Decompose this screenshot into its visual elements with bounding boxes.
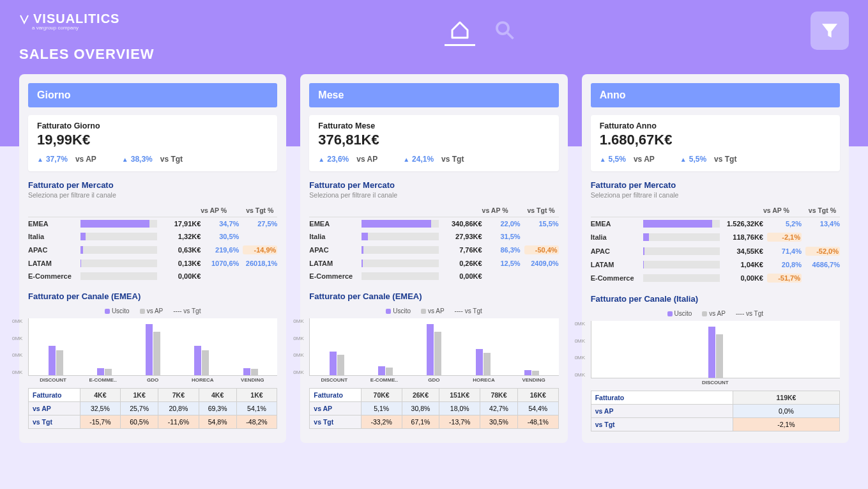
mercato-row[interactable]: LATAM 1,04K€ 20,8% 4686,7% xyxy=(591,258,840,271)
canale-table: Fatturato70K€26K€151K€78K€16K€vs AP5,1%3… xyxy=(309,388,558,429)
kpi-label: Fatturato Anno xyxy=(600,121,831,130)
table-value: 4K€ xyxy=(199,389,236,402)
mercato-bar xyxy=(80,233,157,240)
mercato-row[interactable]: EMEA 340,86K€ 22,0% 15,5% xyxy=(309,217,558,230)
mercato-name: LATAM xyxy=(591,261,639,268)
bar-uscito xyxy=(97,368,104,375)
bar-group[interactable] xyxy=(129,318,178,375)
table-value: 42,7% xyxy=(480,402,518,415)
mercato-name: EMEA xyxy=(591,220,639,228)
table-value: 1K€ xyxy=(121,389,158,402)
bar-group[interactable] xyxy=(80,318,128,375)
mercato-ap: 22,0% xyxy=(486,220,521,228)
mercato-name: Italia xyxy=(28,233,77,240)
col-vs-ap: vs AP % xyxy=(201,206,227,214)
mercato-bar xyxy=(80,260,157,267)
mercato-name: APAC xyxy=(28,246,77,254)
canale-title: Fatturato per Canale (Italia) xyxy=(591,294,840,304)
bar-group[interactable] xyxy=(362,318,410,375)
mercato-value: 0,63K€ xyxy=(161,246,201,254)
table-value: 25,7% xyxy=(121,402,158,415)
topbar: VISUALITICS a vargroup company SALES OVE… xyxy=(19,12,849,63)
kpi-vs-ap: ▲23,6%vs AP xyxy=(318,155,377,164)
kpi-box: Fatturato Giorno 19,99K€ ▲37,7%vs AP ▲38… xyxy=(28,115,277,171)
table-value: -11,6% xyxy=(158,415,199,429)
table-value: -48,1% xyxy=(517,415,558,429)
mercato-row[interactable]: EMEA 17,91K€ 34,7% 27,5% xyxy=(28,217,277,230)
bar-uscito xyxy=(194,346,201,375)
mercato-title: Fatturato per Mercato xyxy=(591,180,840,190)
table-value: 78K€ xyxy=(480,389,518,402)
mercato-value: 0,00K€ xyxy=(443,272,482,280)
mercato-row[interactable]: Italia 27,93K€ 31,5% xyxy=(309,230,558,243)
bar-uscito xyxy=(243,368,250,375)
card-title: Giorno xyxy=(28,83,277,107)
bar-vsap xyxy=(56,350,63,375)
mercato-bar xyxy=(362,272,438,280)
bar-group[interactable] xyxy=(178,318,226,375)
table-head-fatturato: Fatturato xyxy=(29,389,80,402)
bar-uscito xyxy=(524,370,531,375)
kpi-value: 19,99K€ xyxy=(37,132,268,148)
bar-group[interactable] xyxy=(312,318,361,375)
mercato-row[interactable]: APAC 0,63K€ 219,6% -14,9% xyxy=(28,243,277,257)
canale-title: Fatturato per Canale (EMEA) xyxy=(309,291,558,301)
mercato-row[interactable]: EMEA 1.526,32K€ 5,2% 13,4% xyxy=(591,217,840,230)
mercato-bar xyxy=(643,220,720,228)
mercato-bar xyxy=(362,233,438,240)
mercato-name: E-Commerce xyxy=(28,272,77,280)
logo-icon xyxy=(19,14,29,24)
bar-uscito xyxy=(330,352,337,375)
mercato-tgt: -14,9% xyxy=(243,245,277,254)
mercato-row[interactable]: LATAM 0,13K€ 1070,6% 26018,1% xyxy=(28,257,277,270)
mercato-tgt: 15,5% xyxy=(524,220,559,228)
mercato-row[interactable]: APAC 34,55K€ 71,4% -52,0% xyxy=(591,244,840,258)
mercato-row[interactable]: E-Commerce 0,00K€ -51,7% xyxy=(591,271,840,285)
canale-chart: 0MK0MK0MK0MK xyxy=(591,321,840,378)
mercato-row[interactable]: E-Commerce 0,00K€ xyxy=(28,270,277,283)
mercato-row[interactable]: Italia 1,32K€ 30,5% xyxy=(28,230,277,243)
kpi-vs-tgt: ▲24,1%vs Tgt xyxy=(403,155,464,164)
bar-group[interactable] xyxy=(507,318,556,375)
home-icon xyxy=(448,19,471,42)
mercato-value: 340,86K€ xyxy=(443,220,482,228)
table-value: 16K€ xyxy=(517,389,558,402)
chart-legend: Uscito vs AP ---- vs Tgt xyxy=(28,307,277,314)
col-vs-tgt: vs Tgt % xyxy=(246,206,273,214)
canale-chart: 0MK0MK0MK0MK xyxy=(309,318,558,376)
table-value: -15,7% xyxy=(80,415,121,429)
table-value: 30,8% xyxy=(402,402,439,415)
nav-search-button[interactable] xyxy=(489,15,520,46)
kpi-box: Fatturato Mese 376,81K€ ▲23,6%vs AP ▲24,… xyxy=(309,115,558,171)
bar-group[interactable] xyxy=(226,318,275,375)
kpi-value: 376,81K€ xyxy=(318,132,549,148)
mercato-row[interactable]: LATAM 0,26K€ 12,5% 2409,0% xyxy=(309,257,558,270)
table-value: 151K€ xyxy=(439,389,480,402)
col-vs-ap: vs AP % xyxy=(763,206,789,214)
table-head-fatturato: Fatturato xyxy=(310,389,362,402)
table-row-tgt: vs Tgt xyxy=(29,415,80,429)
mercato-bar xyxy=(80,272,157,280)
mercato-row[interactable]: APAC 7,76K€ 86,3% -50,4% xyxy=(309,243,558,257)
mercato-row[interactable]: Italia 118,76K€ -2,1% xyxy=(591,230,840,244)
mercato-tgt: 2409,0% xyxy=(524,260,559,267)
filter-button[interactable] xyxy=(811,12,849,50)
card-giorno: GiornoFatturato Giorno 19,99K€ ▲37,7%vs … xyxy=(19,74,286,443)
bar-group[interactable] xyxy=(410,318,459,375)
nav-home-button[interactable] xyxy=(445,15,475,46)
bar-group[interactable] xyxy=(31,318,80,375)
mercato-value: 27,93K€ xyxy=(443,233,482,240)
bar-vsap xyxy=(202,350,209,375)
cards-container: GiornoFatturato Giorno 19,99K€ ▲37,7%vs … xyxy=(19,74,849,443)
search-icon xyxy=(493,19,516,42)
table-value: 1K€ xyxy=(236,389,277,402)
table-value: 32,5% xyxy=(80,402,121,415)
bar-vsap xyxy=(716,334,723,378)
bar-uscito xyxy=(378,366,385,375)
mercato-row[interactable]: E-Commerce 0,00K€ xyxy=(309,270,558,283)
bar-group[interactable] xyxy=(594,321,837,378)
table-value: -33,2% xyxy=(361,415,402,429)
mercato-name: E-Commerce xyxy=(309,272,358,280)
mercato-value: 1,04K€ xyxy=(724,261,763,268)
bar-group[interactable] xyxy=(459,318,507,375)
